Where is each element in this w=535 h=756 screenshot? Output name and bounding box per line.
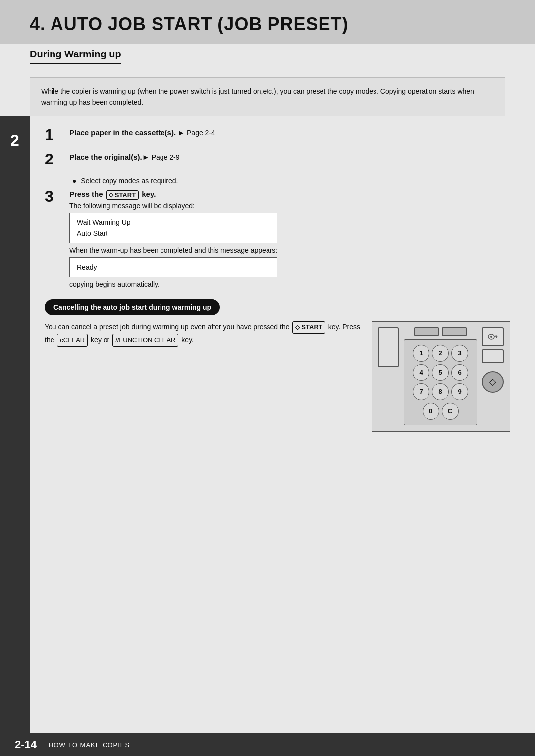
msg-ready: Ready	[77, 262, 270, 272]
start-diamond-icon: ◇	[109, 191, 113, 198]
cancel-start-key: ◇ START	[292, 321, 325, 334]
svg-point-1	[490, 336, 492, 338]
key-4[interactable]: 4	[413, 364, 429, 381]
step-2-title: Place the original(s).► Page 2-9	[69, 153, 510, 161]
indicator-slot-2	[442, 327, 467, 336]
key-row-3: 7 8 9	[408, 383, 473, 400]
cancel-text3: key or	[91, 336, 111, 344]
key-9[interactable]: 9	[451, 383, 468, 400]
section-heading-area: During Warming up	[0, 44, 535, 68]
key-c[interactable]: C	[442, 403, 459, 420]
step-2-number: 2	[45, 151, 64, 168]
step-3-note3: copying begins automatically.	[69, 280, 510, 288]
key-1[interactable]: 1	[413, 345, 429, 362]
bullet-item: Select copy modes as required.	[72, 177, 510, 185]
cancel-func-key: //FUNCTION CLEAR	[112, 334, 178, 347]
key-row-1: 1 2 3	[408, 345, 473, 362]
step-2-page-ref: Page 2-9	[152, 153, 180, 161]
footer: 2-14 HOW TO MAKE COPIES	[0, 733, 535, 756]
step-2: 2 Place the original(s).► Page 2-9	[45, 153, 510, 168]
step-1-number: 1	[45, 126, 64, 144]
key-2[interactable]: 2	[432, 345, 449, 362]
cancel-start-key-text: START	[301, 322, 322, 333]
key-8[interactable]: 8	[432, 383, 449, 400]
step-3-title-suffix: key.	[142, 190, 156, 198]
cancel-text4: key.	[181, 336, 194, 344]
footer-page-number: 2-14	[15, 738, 37, 751]
intro-box: While the copier is warming up (when the…	[30, 77, 505, 116]
bullet-text: Select copy modes as required.	[81, 177, 178, 185]
content-area: 2 1 Place paper in the cassette(s). ► Pa…	[0, 116, 535, 733]
key-icon	[488, 333, 498, 340]
key-3[interactable]: 3	[451, 345, 468, 362]
step-2-content: Place the original(s).► Page 2-9	[69, 153, 510, 163]
cancel-func-key-text: //FUNCTION CLEAR	[115, 335, 175, 346]
right-mid-slot	[482, 349, 504, 363]
chapter-sidebar: 2	[0, 116, 30, 733]
message-box-warmup: Wait Warming Up Auto Start	[69, 213, 277, 244]
msg-warmup-line1: Wait Warming Up	[77, 217, 270, 228]
keypad-top-indicators	[404, 327, 477, 336]
page: 4. AUTO JOB START (JOB PRESET) During Wa…	[0, 0, 535, 756]
step-1: 1 Place paper in the cassette(s). ► Page…	[45, 128, 510, 144]
step-3-title: Press the ◇ START key.	[69, 190, 510, 200]
step-1-title-bold: Place paper in the cassette(s).	[69, 128, 176, 137]
step-3-note1: The following message will be displayed:	[69, 202, 510, 210]
step-1-content: Place paper in the cassette(s). ► Page 2…	[69, 128, 510, 139]
key-0[interactable]: 0	[423, 403, 439, 420]
key-7[interactable]: 7	[413, 383, 429, 400]
step-3-note2: When the warm-up has been completed and …	[69, 246, 510, 254]
message-box-ready: Ready	[69, 257, 277, 277]
keypad-right-panel: ◇	[482, 327, 504, 425]
key-6[interactable]: 6	[451, 364, 468, 381]
start-key-label: ◇ START	[106, 190, 139, 200]
cancel-section: Cancelling the auto job start during war…	[45, 299, 510, 432]
chapter-number: 2	[10, 131, 19, 150]
step-1-title: Place paper in the cassette(s). ► Page 2…	[69, 128, 510, 137]
step-1-page-ref: ► Page 2-4	[178, 129, 215, 137]
cancel-body: You can cancel a preset job during warmi…	[45, 321, 510, 432]
start-key-text: START	[115, 191, 136, 199]
key-row-4: 0 C	[408, 403, 473, 420]
start-diamond-symbol: ◇	[489, 377, 496, 387]
cancel-text: You can cancel a preset job during warmi…	[45, 321, 362, 347]
cancel-clear-key: cCLEAR	[57, 334, 88, 347]
footer-label: HOW TO MAKE COPIES	[49, 741, 130, 749]
paper-slot-icon	[378, 327, 399, 367]
title-bar: 4. AUTO JOB START (JOB PRESET)	[0, 0, 535, 44]
keypad-main-panel: 1 2 3 4 5 6 7	[404, 327, 477, 425]
step-3-content: Press the ◇ START key. The following mes…	[69, 190, 510, 290]
key-row-2: 4 5 6	[408, 364, 473, 381]
intro-text: While the copier is warming up (when the…	[41, 87, 474, 106]
start-button-icon[interactable]: ◇	[482, 371, 504, 393]
keypad-diagram: 1 2 3 4 5 6 7	[372, 321, 510, 432]
cancel-header: Cancelling the auto job start during war…	[45, 299, 220, 315]
main-content: 1 Place paper in the cassette(s). ► Page…	[30, 116, 535, 733]
msg-warmup-line2: Auto Start	[77, 228, 270, 239]
cancel-start-diamond-icon: ◇	[295, 323, 300, 332]
step-2-title-bold: Place the original(s).►	[69, 153, 150, 161]
key-5[interactable]: 5	[432, 364, 449, 381]
section-heading: During Warming up	[30, 49, 121, 64]
keypad-grid: 1 2 3 4 5 6 7	[404, 339, 477, 425]
indicator-slot-1	[414, 327, 439, 336]
step-3-number: 3	[45, 188, 64, 205]
right-top-slot	[482, 327, 504, 346]
keypad-left-panel	[378, 327, 399, 425]
step-3-title-prefix: Press the	[69, 190, 105, 198]
page-title: 4. AUTO JOB START (JOB PRESET)	[30, 14, 505, 35]
step-3: 3 Press the ◇ START key. The following m…	[45, 190, 510, 290]
cancel-text1: You can cancel a preset job during warmi…	[45, 323, 291, 331]
cancel-clear-key-text: cCLEAR	[60, 335, 85, 346]
